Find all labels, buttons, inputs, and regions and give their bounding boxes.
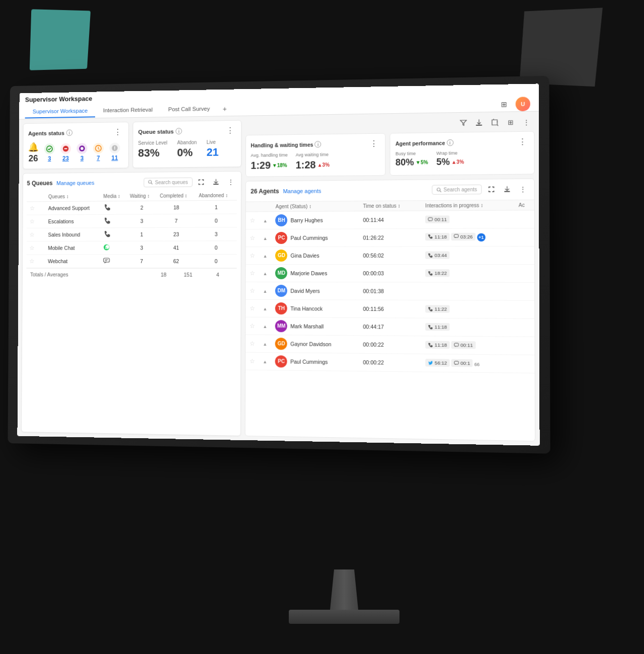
agent-performance-header: Agent performance i ⋮ (395, 137, 529, 148)
tab-interaction[interactable]: Interaction Retrieval (96, 104, 160, 118)
right-panel: ⊞ ⋮ Handling & waiting times i (245, 116, 535, 442)
agent-name: David Myers (290, 288, 319, 294)
star-icon[interactable]: ☆ (250, 340, 255, 347)
tab-icons: ⊞ U (497, 97, 532, 112)
interaction-badge: 00:1 (451, 359, 473, 367)
queues-export-btn[interactable] (210, 176, 222, 188)
agents-status-info-icon[interactable]: i (66, 129, 72, 136)
handling-more-btn[interactable]: ⋮ (368, 139, 380, 148)
user-avatar[interactable]: U (516, 97, 530, 111)
agents-export-btn[interactable] (501, 183, 513, 196)
agents-status-more-btn[interactable]: ⋮ (112, 127, 124, 137)
manage-queues-link[interactable]: Manage queues (56, 180, 94, 186)
alert-icon: ▲ (263, 271, 268, 276)
agents-section-actions: Search agents ⋮ (432, 183, 529, 196)
col-interactions: Interactions in progress ↕ (421, 200, 514, 211)
main-content: Agents status i ⋮ 🔔 26 (17, 112, 539, 446)
star-icon[interactable]: ☆ (250, 287, 255, 294)
star-icon[interactable]: ☆ (250, 234, 255, 241)
svg-rect-12 (104, 258, 110, 262)
interaction-badge: 11:18 (425, 341, 449, 349)
interaction-badge: 11:22 (425, 305, 449, 313)
agents-expand-btn[interactable] (485, 183, 498, 196)
star-icon[interactable]: ☆ (250, 270, 255, 277)
waiting-count: 7 (127, 255, 157, 268)
live-metric: Live 21 (207, 139, 219, 159)
star-icon[interactable]: ☆ (250, 322, 255, 330)
export-btn[interactable] (489, 116, 501, 129)
manage-agents-link[interactable]: Manage agents (283, 188, 321, 194)
performance-info-icon[interactable]: i (447, 139, 453, 146)
queue-name: Advanced Support (45, 201, 101, 215)
star-icon[interactable]: ☆ (249, 358, 255, 365)
agent-cell: PC Paul Cummings (271, 352, 359, 371)
queues-table: Queues ↕ Media ↕ Waiting ↕ Completed ↕ A… (27, 191, 237, 268)
tab-supervisor[interactable]: Supervisor Workspace (25, 105, 96, 119)
col-agent: Agent (Status) ↕ (272, 201, 359, 212)
svg-point-8 (148, 180, 151, 183)
agent-avatar: PC (276, 232, 288, 244)
ac-cell (515, 355, 535, 373)
agent-cell: BH Barry Hughes (272, 211, 359, 229)
abandon-metric: Abandon 0% (177, 140, 197, 159)
star-icon[interactable]: ☆ (29, 244, 34, 252)
queues-search-box[interactable]: Search queues (144, 177, 193, 187)
list-item: ☆ ▲ GD Gina Davies 00:56:02 03:44 (246, 246, 534, 264)
download-btn[interactable] (473, 116, 486, 129)
queue-status-more-btn[interactable]: ⋮ (224, 126, 236, 135)
alert-icon: ▲ (263, 289, 268, 294)
completed-count: 23 (156, 227, 196, 241)
svg-rect-19 (428, 217, 432, 220)
add-tab-button[interactable]: + (218, 102, 232, 116)
queue-status-info-icon[interactable]: i (176, 128, 182, 134)
agent-cell: MD Marjorie Dawes (271, 264, 359, 282)
star-icon[interactable]: ☆ (250, 252, 255, 259)
star-icon[interactable]: ☆ (250, 305, 255, 312)
handling-times-header: Handling & waiting times i ⋮ (251, 139, 380, 150)
time-on-status: 00:44:17 (359, 317, 421, 336)
star-icon[interactable]: ☆ (30, 218, 35, 225)
agents-search-box[interactable]: Search agents (432, 185, 482, 195)
agent-name: Paul Cummings (290, 358, 328, 365)
agent-avatar: TH (275, 302, 287, 314)
agent-cell: MM Mark Marshall (271, 317, 359, 335)
star-icon[interactable]: ☆ (30, 205, 35, 212)
svg-rect-20 (454, 234, 458, 237)
media-icon (100, 201, 127, 215)
media-icon (100, 241, 127, 255)
agent-cell: DM David Myers (271, 282, 359, 300)
ac-cell (515, 318, 535, 337)
waiting-count: 3 (127, 241, 157, 255)
queues-expand-btn[interactable] (195, 176, 207, 188)
waiting-count: 2 (127, 201, 157, 214)
queue-name: Sales Inbound (45, 228, 101, 241)
waiting-count: 1 (127, 227, 157, 241)
grid-view-btn[interactable]: ⊞ (504, 116, 517, 128)
star-icon[interactable]: ☆ (250, 217, 255, 224)
more-btn-right[interactable]: ⋮ (520, 116, 532, 128)
svg-rect-15 (476, 125, 482, 126)
queue-status-card: Queue status i ⋮ Service Level 83% (133, 120, 242, 168)
interactions-cell: 11:18 (421, 318, 515, 337)
interactions-cell: 11:22 (421, 300, 515, 318)
interactions-cell (421, 282, 515, 300)
performance-more-btn[interactable]: ⋮ (516, 137, 529, 147)
tab-postcall[interactable]: Post Call Survey (160, 103, 218, 116)
col-media: Media ↕ (101, 191, 127, 201)
interactions-cell: 18:22 (421, 264, 515, 282)
agents-status-title: Agents status i (28, 129, 72, 136)
alert-icon: ▲ (263, 236, 268, 241)
col-abandoned: Abandoned ↕ (196, 191, 236, 201)
alert-icon: ▲ (263, 324, 267, 329)
interaction-badge: 56:12 (425, 359, 449, 367)
handling-info-icon[interactable]: i (315, 141, 321, 147)
agents-more-btn[interactable]: ⋮ (516, 183, 529, 196)
star-icon[interactable]: ☆ (30, 231, 35, 238)
queues-more-btn[interactable]: ⋮ (225, 176, 237, 188)
filter-btn[interactable] (457, 117, 470, 129)
extra-count: 66 (474, 362, 479, 367)
star-icon[interactable]: ☆ (29, 258, 34, 265)
list-item: ☆ ▲ GD Gaynor Davidson 00:00:22 11:18 00… (246, 335, 535, 355)
grid-icon[interactable]: ⊞ (497, 97, 511, 112)
handling-times-title: Handling & waiting times i (251, 141, 321, 148)
